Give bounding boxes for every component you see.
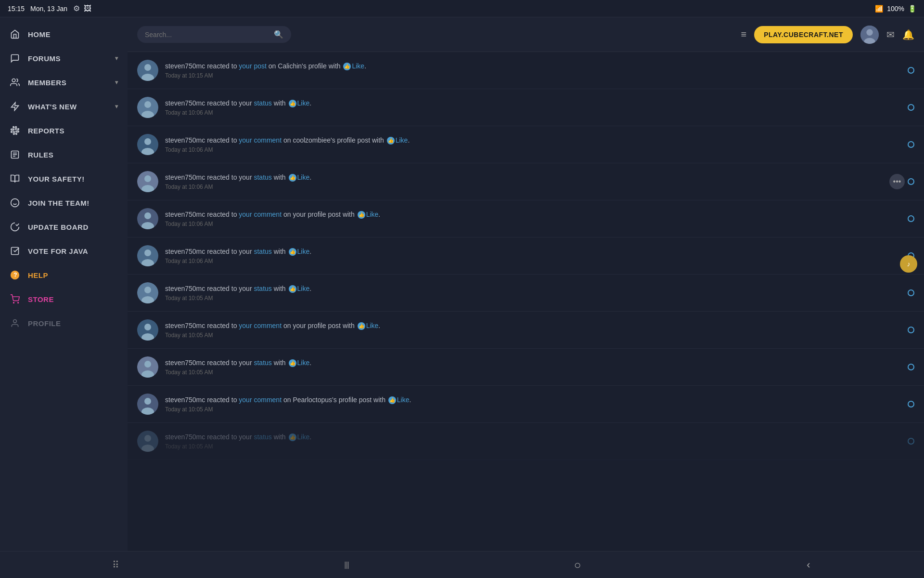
status-time: 15:15 (8, 5, 25, 13)
list-icon[interactable]: ≡ (741, 29, 746, 40)
whats-new-icon (10, 101, 20, 112)
sidebar-item-rules[interactable]: RULES (0, 143, 128, 167)
notif-content: steven750mc reacted to your comment on y… (165, 210, 901, 228)
safety-icon (10, 173, 20, 184)
notif-avatar (137, 97, 158, 118)
notif-status-dot (908, 289, 914, 296)
bottom-nav: ⠿ ||| ○ ‹ (0, 551, 924, 578)
notif-text: steven750mc reacted to your status with … (165, 247, 901, 257)
notif-avatar (137, 356, 158, 378)
sidebar-profile-label: PROFILE (28, 319, 118, 328)
sidebar-item-home[interactable]: HOME (0, 22, 128, 46)
bell-icon[interactable]: 🔔 (902, 29, 914, 40)
notif-avatar (137, 208, 158, 229)
sidebar-item-help[interactable]: ? HELP (0, 263, 128, 287)
notification-item[interactable]: steven750mc reacted to your status with … (128, 275, 924, 312)
sidebar-item-vote-java[interactable]: VOTE FOR JAVA (0, 239, 128, 263)
notification-item[interactable]: steven750mc reacted to your status with … (128, 163, 924, 200)
sidebar-votejava-label: VOTE FOR JAVA (28, 247, 118, 255)
notif-status-dot (908, 364, 914, 370)
notif-text: steven750mc reacted to your comment on y… (165, 210, 901, 220)
notif-text: steven750mc reacted to your post on Cali… (165, 62, 901, 71)
sidebar-safety-label: YOUR SAFETY! (28, 175, 118, 183)
notif-avatar (137, 245, 158, 266)
notif-time: Today at 10:05 AM (165, 443, 901, 450)
notif-time: Today at 10:06 AM (165, 221, 901, 227)
search-input[interactable] (145, 31, 269, 39)
notification-item[interactable]: steven750mc reacted to your status with … (128, 423, 924, 460)
update-icon (10, 222, 20, 232)
sidebar-item-whats-new[interactable]: WHAT'S NEW ▾ (0, 94, 128, 118)
notif-time: Today at 10:15 AM (165, 72, 901, 79)
app-container: HOME FORUMS ▾ MEMBERS ▾ (0, 17, 924, 551)
notification-item[interactable]: steven750mc reacted to your status with … (128, 89, 924, 126)
reports-icon (10, 125, 20, 136)
bottom-nav-back[interactable]: ‹ (794, 555, 823, 575)
svg-point-6 (11, 199, 19, 207)
notification-item[interactable]: steven750mc reacted to your comment on y… (128, 312, 924, 349)
header-right: ≡ PLAY.CUBECRAFT.NET ✉ 🔔 (741, 26, 914, 44)
notif-content: steven750mc reacted to your comment on P… (165, 395, 901, 413)
sidebar-item-reports[interactable]: REPORTS (0, 118, 128, 143)
mail-icon[interactable]: ✉ (886, 29, 895, 40)
notif-text: steven750mc reacted to your status with … (165, 358, 901, 368)
sidebar-help-label: HELP (28, 271, 118, 279)
notif-status-dot (908, 67, 914, 74)
notification-item[interactable]: steven750mc reacted to your status with … (128, 349, 924, 386)
sidebar-item-store[interactable]: STORE (0, 287, 128, 311)
notification-item[interactable]: steven750mc reacted to your status with … (128, 237, 924, 275)
notif-status-dot (908, 178, 914, 185)
sidebar-item-profile[interactable]: PROFILE (0, 311, 128, 335)
sidebar-whatsnew-label: WHAT'S NEW (28, 103, 107, 111)
notification-item[interactable]: steven750mc reacted to your comment on c… (128, 126, 924, 163)
more-options-button[interactable]: ••• (889, 174, 905, 189)
notifications-container: steven750mc reacted to your post on Cali… (128, 52, 924, 460)
vote-icon (10, 246, 20, 256)
notif-avatar (137, 171, 158, 192)
search-container[interactable]: 🔍 (137, 26, 291, 43)
play-button[interactable]: PLAY.CUBECRAFT.NET (754, 26, 853, 43)
whatsnew-chevron: ▾ (115, 103, 118, 110)
svg-point-13 (18, 302, 19, 303)
svg-point-12 (13, 302, 14, 303)
svg-point-14 (13, 320, 17, 323)
status-date: Mon, 13 Jan (30, 5, 67, 13)
notif-time: Today at 10:05 AM (165, 369, 901, 376)
sidebar-item-safety[interactable]: YOUR SAFETY! (0, 167, 128, 191)
music-widget[interactable]: ♪ (900, 255, 917, 273)
notif-text: steven750mc reacted to your comment on y… (165, 321, 901, 331)
notif-avatar (137, 394, 158, 415)
notif-content: steven750mc reacted to your comment on y… (165, 321, 901, 339)
notification-list: steven750mc reacted to your post on Cali… (128, 52, 924, 551)
sidebar-item-forums[interactable]: FORUMS ▾ (0, 46, 128, 70)
svg-point-40 (144, 324, 151, 330)
header-avatar[interactable] (860, 26, 879, 44)
notification-item[interactable]: steven750mc reacted to your comment on P… (128, 386, 924, 423)
store-icon (10, 294, 20, 304)
svg-point-0 (12, 79, 15, 82)
notification-item[interactable]: steven750mc reacted to your comment on y… (128, 200, 924, 237)
status-bar: 15:15 Mon, 13 Jan ⚙ 🖼 📶 100% 🔋 (0, 0, 924, 17)
bottom-nav-recent[interactable]: ||| (332, 555, 361, 575)
bottom-nav-home[interactable]: ○ (563, 555, 592, 575)
notif-time: Today at 10:05 AM (165, 406, 901, 413)
settings-icon[interactable]: ⚙ (73, 4, 80, 13)
notif-content: steven750mc reacted to your comment on c… (165, 136, 901, 154)
notif-avatar (137, 282, 158, 303)
notif-avatar (137, 319, 158, 341)
svg-point-34 (144, 250, 151, 256)
notif-avatar (137, 60, 158, 81)
notif-status-dot (908, 438, 914, 445)
bottom-nav-apps[interactable]: ⠿ (101, 555, 130, 575)
notif-content: steven750mc reacted to your status with … (165, 247, 901, 265)
content-wrapper: 🔍 ≡ PLAY.CUBECRAFT.NET ✉ 🔔 (128, 17, 924, 551)
sidebar-item-update-board[interactable]: UPDATE BOARD (0, 215, 128, 239)
notif-content: steven750mc reacted to your status with … (165, 284, 901, 302)
notification-item[interactable]: steven750mc reacted to your post on Cali… (128, 52, 924, 89)
svg-point-22 (144, 101, 151, 108)
sidebar-item-members[interactable]: MEMBERS ▾ (0, 70, 128, 94)
search-icon: 🔍 (274, 30, 283, 39)
image-icon[interactable]: 🖼 (84, 4, 91, 13)
sidebar-item-join-team[interactable]: JOIN THE TEAM! (0, 191, 128, 215)
home-icon (10, 29, 20, 39)
